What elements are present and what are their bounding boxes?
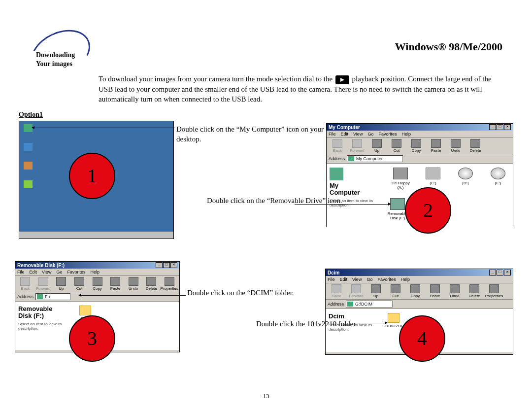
toolbar-button-back[interactable]: Back — [328, 139, 347, 153]
back-icon — [332, 284, 341, 293]
drive-icon — [426, 168, 440, 179]
toolbar-button-copy[interactable]: Copy — [406, 139, 426, 153]
minimize-button[interactable]: _ — [489, 270, 496, 275]
minimize-button[interactable]: _ — [156, 262, 163, 268]
undo-icon — [129, 277, 138, 286]
arrow-4 — [313, 323, 385, 323]
toolbar-button-delete[interactable]: Delete — [142, 277, 161, 291]
left-pane: Dcim Select an item to view its descript… — [326, 309, 386, 352]
menu-item[interactable]: View — [352, 277, 362, 282]
step-circle-1: 1 — [69, 153, 115, 199]
caption-3: Double click on the “DCIM” folder. — [187, 288, 294, 298]
toolbar-label: Paste — [425, 294, 445, 298]
maximize-button[interactable]: □ — [163, 262, 170, 268]
step-circle-2: 2 — [405, 187, 451, 234]
toolbar-button-forward[interactable]: Forward — [34, 277, 53, 291]
toolbar-button-copy[interactable]: Copy — [88, 277, 106, 291]
menu-bar: FileEditViewGoFavoritesHelp — [326, 276, 513, 283]
maximize-button[interactable]: □ — [497, 270, 503, 275]
close-button[interactable]: × — [504, 124, 511, 130]
menu-item[interactable]: Go — [366, 277, 372, 282]
pane-icon — [330, 168, 343, 180]
menu-item[interactable]: File — [17, 270, 25, 274]
close-button[interactable]: × — [170, 262, 177, 268]
toolbar-label: Up — [366, 294, 386, 298]
taskbar[interactable] — [19, 232, 173, 239]
menu-item[interactable]: Go — [367, 132, 373, 137]
forward-icon — [352, 139, 362, 148]
arrow-3 — [81, 295, 186, 296]
menu-item[interactable]: Favorites — [378, 132, 397, 137]
menu-item[interactable]: Edit — [341, 132, 349, 137]
delete-icon — [146, 277, 156, 286]
toolbar-button-delete[interactable]: Delete — [466, 139, 485, 153]
toolbar-label: Delete — [465, 294, 484, 298]
logo-text: Downloading Your images — [36, 51, 75, 68]
menu-item[interactable]: Go — [56, 270, 62, 274]
option1-label: Option1 — [19, 111, 43, 119]
drive-label: (D:) — [454, 181, 477, 185]
toolbar-button-undo[interactable]: Undo — [445, 284, 465, 298]
menu-item[interactable]: Edit — [340, 277, 348, 282]
toolbar-label: Undo — [124, 287, 142, 291]
menu-item[interactable]: Favorites — [67, 270, 85, 274]
removable-disk-icon — [390, 198, 405, 210]
menu-item[interactable]: File — [328, 277, 335, 282]
toolbar-button-cut[interactable]: Cut — [70, 277, 89, 291]
up-icon — [56, 277, 66, 286]
toolbar-button-cut[interactable]: Cut — [386, 284, 405, 298]
toolbar-button-undo[interactable]: Undo — [446, 139, 466, 153]
address-field[interactable]: F:\ — [35, 293, 70, 300]
step-circle-4: 4 — [399, 315, 445, 362]
toolbar-button-copy[interactable]: Copy — [405, 284, 425, 298]
toolbar-label: Back — [327, 294, 346, 298]
menu-item[interactable]: Edit — [30, 270, 37, 274]
toolbar-button-undo[interactable]: Undo — [124, 277, 142, 291]
toolbar-label: Cut — [387, 149, 406, 153]
toolbar-button-paste[interactable]: Paste — [106, 277, 125, 291]
toolbar-button-back[interactable]: Back — [327, 284, 346, 298]
menu-item[interactable]: Help — [90, 270, 100, 274]
menu-bar: FileEditViewGoFavoritesHelp — [15, 269, 179, 276]
minimize-button[interactable]: _ — [489, 124, 496, 130]
toolbar-label: Cut — [386, 294, 405, 298]
menu-item[interactable]: File — [329, 132, 336, 137]
menu-item[interactable]: View — [42, 270, 51, 274]
drive-item[interactable]: (E:) — [486, 168, 510, 185]
drive-item[interactable]: 3½ Floppy (A:) — [389, 168, 412, 190]
maximize-button[interactable]: □ — [497, 124, 503, 130]
properties-icon — [165, 277, 174, 286]
desktop-icon[interactable] — [23, 180, 33, 194]
toolbar: BackForwardUpCutCopyPasteUndoDelete — [327, 138, 513, 154]
toolbar-label: Cut — [70, 287, 89, 291]
toolbar-button-cut[interactable]: Cut — [387, 139, 406, 153]
drive-item[interactable]: (C:) — [421, 168, 445, 185]
toolbar-button-properties[interactable]: Properties — [161, 277, 179, 291]
address-field[interactable]: My Computer — [347, 155, 403, 162]
folder-101v2210[interactable]: 101v2210 — [385, 313, 402, 328]
toolbar-label: Forward — [347, 149, 367, 153]
drive-item[interactable]: (D:) — [454, 168, 477, 185]
arrow-1 — [34, 128, 175, 128]
desktop-icon[interactable] — [23, 143, 33, 157]
menu-item[interactable]: Favorites — [377, 277, 396, 282]
toolbar-button-paste[interactable]: Paste — [426, 139, 446, 153]
address-field[interactable]: G:\DCIM — [346, 301, 393, 308]
toolbar-button-up[interactable]: Up — [366, 284, 386, 298]
close-button[interactable]: × — [504, 270, 511, 275]
toolbar-button-forward[interactable]: Forward — [347, 139, 367, 153]
menu-item[interactable]: Help — [400, 277, 410, 282]
toolbar-button-properties[interactable]: Properties — [484, 284, 504, 298]
menu-item[interactable]: View — [353, 132, 363, 137]
menu-item[interactable]: Help — [401, 132, 411, 137]
toolbar-button-forward[interactable]: Forward — [346, 284, 366, 298]
pane-title: Removable Disk (F:) — [18, 306, 72, 319]
toolbar-button-delete[interactable]: Delete — [465, 284, 484, 298]
toolbar-button-up[interactable]: Up — [52, 277, 70, 291]
left-pane: Removable Disk (F:) Select an item to vi… — [15, 302, 75, 350]
desktop-icon[interactable] — [23, 162, 33, 175]
toolbar-button-paste[interactable]: Paste — [425, 284, 445, 298]
toolbar-button-back[interactable]: Back — [16, 277, 34, 291]
toolbar-button-up[interactable]: Up — [367, 139, 387, 153]
page-title: Windows® 98/Me/2000 — [395, 40, 502, 53]
